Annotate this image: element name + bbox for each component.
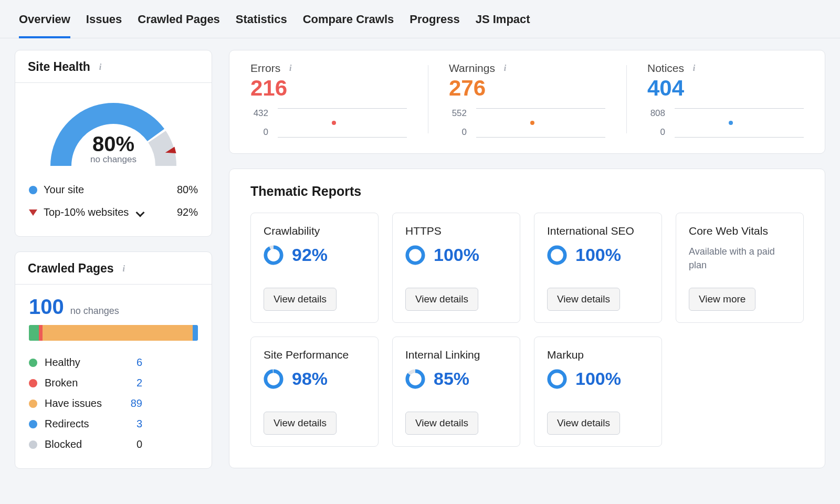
- thematic-score: 100%: [547, 245, 649, 265]
- site-health-header: Site Health i: [15, 50, 212, 83]
- tab-progress[interactable]: Progress: [410, 0, 459, 38]
- svg-point-5: [549, 247, 565, 262]
- tab-statistics[interactable]: Statistics: [236, 0, 287, 38]
- tab-crawled-pages[interactable]: Crawled Pages: [138, 0, 220, 38]
- legend-label: Top-10% websites: [44, 206, 129, 218]
- view-details-button[interactable]: View details: [264, 288, 337, 311]
- tab-overview[interactable]: Overview: [19, 0, 70, 38]
- bar-segment-redirects: [193, 325, 198, 341]
- tab-issues[interactable]: Issues: [86, 0, 122, 38]
- crawled-row-label: Have issues: [45, 397, 123, 410]
- thematic-card-title: Core Web Vitals: [689, 225, 791, 237]
- info-icon[interactable]: i: [286, 64, 295, 73]
- donut-icon: [547, 245, 567, 265]
- spark-dot-icon: [729, 121, 733, 125]
- paid-note: Available with a paid plan: [689, 245, 791, 272]
- crawled-pages-header: Crawled Pages i: [15, 252, 212, 285]
- view-details-button[interactable]: View details: [405, 288, 478, 311]
- crawled-row-redirects[interactable]: Redirects3: [29, 414, 198, 434]
- thematic-title: Thematic Reports: [250, 184, 804, 199]
- crawled-pages-title: Crawled Pages: [28, 261, 114, 276]
- stat-title: Errorsi: [250, 62, 407, 75]
- thematic-card-title: Markup: [547, 349, 649, 361]
- legend-row[interactable]: Top-10% websites92%: [29, 201, 198, 224]
- stat-title: Noticesi: [647, 62, 804, 75]
- stat-sparkline: 8080: [647, 108, 804, 138]
- legend-dot-icon: [29, 379, 37, 387]
- svg-point-3: [407, 247, 423, 262]
- chevron-down-icon[interactable]: [136, 208, 145, 217]
- crawled-row-value: 89: [123, 397, 142, 410]
- crawled-row-broken[interactable]: Broken2: [29, 373, 198, 393]
- donut-icon: [547, 369, 567, 389]
- bar-segment-have-issues: [43, 325, 193, 341]
- view-details-button[interactable]: View details: [547, 288, 620, 311]
- issue-stats-card: Errorsi2164320Warningsi2765520Noticesi40…: [229, 50, 825, 154]
- gauge-percent: 80%: [40, 133, 187, 154]
- legend-dot-icon: [29, 359, 37, 367]
- info-icon[interactable]: i: [689, 64, 699, 73]
- stat-notices[interactable]: Noticesi4048080: [626, 62, 825, 138]
- thematic-percent: 92%: [292, 245, 328, 265]
- view-details-button[interactable]: View details: [405, 412, 478, 435]
- spark-dot-icon: [530, 121, 534, 125]
- stat-value: 276: [449, 76, 605, 101]
- sidebar: Site Health i 80% no changes Your site80…: [15, 50, 212, 469]
- view-more-button[interactable]: View more: [689, 288, 755, 311]
- info-icon[interactable]: i: [119, 264, 129, 274]
- tab-js-impact[interactable]: JS Impact: [476, 0, 530, 38]
- site-health-card: Site Health i 80% no changes Your site80…: [15, 50, 212, 237]
- thematic-card-site-performance: Site Performance98%View details: [250, 337, 379, 447]
- svg-point-7: [266, 371, 281, 386]
- thematic-card-title: Site Performance: [264, 349, 365, 361]
- donut-icon: [264, 245, 284, 265]
- crawled-stacked-bar: [29, 325, 198, 341]
- donut-icon: [405, 369, 425, 389]
- crawled-row-blocked[interactable]: Blocked0: [29, 434, 198, 455]
- stat-errors[interactable]: Errorsi2164320: [229, 62, 428, 138]
- info-icon[interactable]: i: [500, 64, 510, 73]
- crawled-row-value: 3: [123, 418, 142, 430]
- donut-icon: [264, 369, 284, 389]
- spark-dot-icon: [332, 121, 336, 125]
- view-details-button[interactable]: View details: [547, 412, 620, 435]
- legend-dot-icon: [29, 400, 37, 408]
- tab-bar: OverviewIssuesCrawled PagesStatisticsCom…: [0, 0, 840, 38]
- thematic-card-title: HTTPS: [405, 225, 507, 237]
- crawled-row-have-issues[interactable]: Have issues89: [29, 393, 198, 414]
- stat-warnings[interactable]: Warningsi2765520: [428, 62, 626, 138]
- crawled-row-value: 0: [123, 438, 142, 450]
- crawled-pages-summary: 100 no changes: [15, 285, 212, 350]
- svg-point-11: [549, 371, 565, 386]
- thematic-card-title: Crawlability: [264, 225, 365, 237]
- legend-value: 92%: [177, 206, 198, 218]
- crawled-total[interactable]: 100: [29, 295, 64, 319]
- thematic-card-crawlability: Crawlability92%View details: [250, 213, 379, 323]
- thematic-card-core-web-vitals: Core Web VitalsAvailable with a paid pla…: [676, 213, 804, 323]
- thematic-score: 92%: [264, 245, 365, 265]
- tab-compare-crawls[interactable]: Compare Crawls: [303, 0, 394, 38]
- crawled-row-value: 6: [123, 356, 142, 369]
- view-details-button[interactable]: View details: [264, 412, 337, 435]
- site-health-title: Site Health: [28, 60, 90, 74]
- crawled-breakdown-list: Healthy6Broken2Have issues89Redirects3Bl…: [15, 350, 212, 468]
- thematic-card-markup: Markup100%View details: [534, 337, 662, 447]
- crawled-row-healthy[interactable]: Healthy6: [29, 352, 198, 373]
- main-column: Errorsi2164320Warningsi2765520Noticesi40…: [229, 50, 825, 469]
- thematic-percent: 85%: [434, 369, 469, 389]
- thematic-grid: Crawlability92%View detailsHTTPS100%View…: [250, 213, 804, 447]
- info-icon[interactable]: i: [96, 62, 105, 72]
- thematic-percent: 98%: [292, 369, 328, 389]
- thematic-reports-card: Thematic Reports Crawlability92%View det…: [229, 169, 825, 468]
- svg-point-1: [266, 247, 281, 262]
- stat-value: 216: [250, 76, 407, 101]
- gauge-sub: no changes: [40, 154, 187, 165]
- crawled-row-label: Healthy: [45, 356, 123, 369]
- legend-dot-icon: [29, 440, 37, 449]
- stat-sparkline: 5520: [449, 108, 605, 138]
- thematic-card-international-seo: International SEO100%View details: [534, 213, 662, 323]
- thematic-score: 85%: [405, 369, 507, 389]
- legend-label: Your site: [44, 184, 84, 196]
- triangle-down-icon: [29, 209, 37, 216]
- stat-value: 404: [647, 76, 804, 101]
